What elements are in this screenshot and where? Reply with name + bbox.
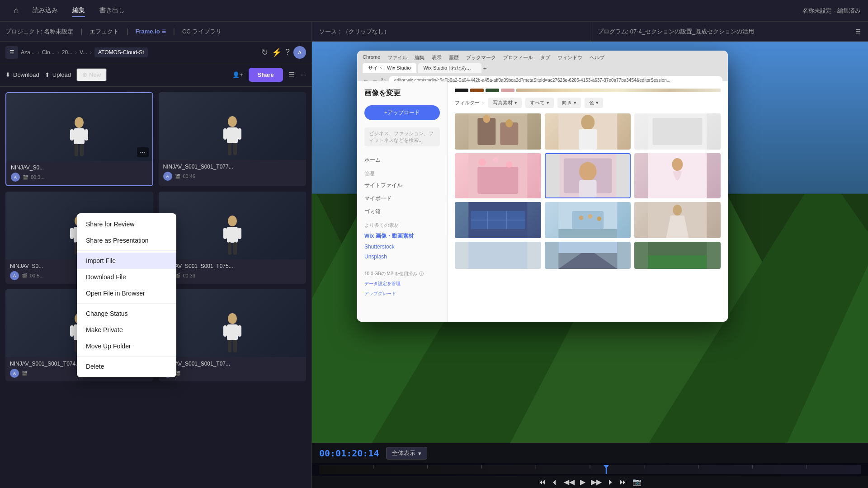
- user-avatar[interactable]: A: [293, 46, 306, 59]
- browser-new-tab-button[interactable]: +: [483, 65, 487, 72]
- media-name-6: NINJAV_S001_S001_T07...: [163, 361, 302, 367]
- wix-image-7[interactable]: [455, 202, 541, 238]
- media-item-4[interactable]: NINJAV_S001_S001_T075... A 🎬 00:33: [159, 192, 307, 284]
- wix-nav-my-board[interactable]: マイボード: [364, 192, 440, 205]
- breadcrumb-item-2[interactable]: Clo...: [42, 49, 55, 56]
- wix-image-11[interactable]: [545, 242, 631, 269]
- media-item-2[interactable]: NINJAV_S001_S001_T077... A 🎬 00:46: [159, 92, 307, 186]
- svg-point-75: [579, 216, 583, 220]
- wix-nav-unsplash[interactable]: Unsplash: [364, 252, 440, 262]
- browser-tab-2[interactable]: Wix Studio | わたあめ & 果太郎: [418, 63, 481, 73]
- wix-upload-button[interactable]: +アップロード: [364, 105, 440, 120]
- lightning-button[interactable]: ⚡: [272, 47, 282, 57]
- wix-image-5-selected[interactable]: [545, 153, 631, 198]
- svg-rect-20: [223, 228, 227, 239]
- list-view-button[interactable]: ☰: [288, 70, 295, 79]
- refresh-button[interactable]: ↻: [261, 47, 268, 57]
- add-member-button[interactable]: 👤+: [232, 71, 243, 78]
- download-button[interactable]: ⬇ Download: [5, 71, 39, 78]
- ctx-delete[interactable]: Delete: [77, 358, 176, 375]
- share-button[interactable]: Share: [249, 68, 283, 82]
- wix-image-1[interactable]: [455, 113, 541, 150]
- breadcrumb-item-4[interactable]: V...: [80, 49, 87, 56]
- view-select-dropdown[interactable]: 全体表示 ▾: [386, 447, 427, 460]
- wix-upgrade-link[interactable]: アップグレード: [364, 289, 440, 299]
- wix-image-3[interactable]: [634, 113, 721, 150]
- svg-rect-64: [579, 180, 596, 197]
- breadcrumb-item-1[interactable]: Aza...: [21, 49, 35, 56]
- help-button[interactable]: ?: [285, 47, 290, 57]
- breadcrumb-home-icon[interactable]: ☰: [5, 46, 18, 59]
- menu-item-export[interactable]: 書き出し: [99, 5, 125, 17]
- wix-image-2[interactable]: [545, 113, 631, 150]
- item-more-icon[interactable]: ···: [137, 147, 148, 157]
- svg-rect-21: [238, 228, 241, 239]
- step-forward-button[interactable]: ⏭: [620, 478, 627, 486]
- ctx-share-for-review[interactable]: Share for Review: [77, 216, 176, 232]
- ctx-open-file-in-browser[interactable]: Open File in Browser: [77, 285, 176, 301]
- svg-point-58: [478, 159, 486, 166]
- menu-items: 読み込み 編集 書き出し: [33, 5, 125, 17]
- media-item-1[interactable]: ··· NINJAV_S0... A 🎬 00:3...: [5, 92, 153, 186]
- wix-filter-photos[interactable]: 写真素材 ▾: [488, 98, 522, 108]
- wix-filter-orientation[interactable]: 向き ▾: [557, 98, 581, 108]
- export-frame-button[interactable]: 📷: [632, 478, 642, 486]
- breadcrumb-current[interactable]: ATOMOS-Cloud-St: [94, 47, 148, 57]
- next-frame-button[interactable]: ⏵: [607, 478, 614, 486]
- top-menu-bar: ⌂ 読み込み 編集 書き出し 名称未設定 - 編集済み: [0, 0, 868, 22]
- timeline-ruler[interactable]: [319, 465, 861, 474]
- tab-project[interactable]: プロジェクト: 名称未設定: [5, 28, 73, 36]
- step-back-button[interactable]: ⏮: [538, 478, 546, 486]
- tab-effects[interactable]: エフェクト: [90, 28, 119, 36]
- wix-search-input[interactable]: ビジネス、ファッション、フィットネスなどを検索...: [364, 127, 440, 146]
- plus-icon: ⊕: [82, 71, 87, 78]
- svg-rect-46: [468, 113, 527, 150]
- wix-nav-wix-media[interactable]: Wix 画像・動画素材: [364, 230, 440, 242]
- media-item-6[interactable]: NINJAV_S001_S001_T07... A 🎬: [159, 289, 307, 381]
- wix-filter-color[interactable]: 色 ▾: [585, 98, 603, 108]
- ctx-import-file[interactable]: Import File: [77, 253, 176, 269]
- wix-nav-trash[interactable]: ゴミ箱: [364, 205, 440, 218]
- tab-frameio[interactable]: Frame.io ☰: [136, 28, 166, 35]
- ctx-divider-2: [77, 303, 176, 304]
- wix-filter-all[interactable]: すべて ▾: [525, 98, 554, 108]
- ctx-change-status[interactable]: Change Status: [77, 305, 176, 322]
- wix-image-4[interactable]: [455, 153, 541, 198]
- ctx-make-private[interactable]: Make Private: [77, 322, 176, 338]
- menu-item-edit[interactable]: 編集: [72, 5, 85, 17]
- browser-tab-1[interactable]: サイト | Wix Studio: [363, 63, 416, 73]
- fast-forward-button[interactable]: ▶▶: [591, 478, 602, 486]
- wix-image-12[interactable]: [634, 242, 721, 269]
- wix-image-6[interactable]: [634, 153, 721, 198]
- svg-rect-4: [75, 144, 78, 156]
- wix-data-manage-link[interactable]: データ設定を管理: [364, 279, 440, 289]
- rewind-button[interactable]: ◀◀: [564, 478, 575, 486]
- prev-frame-button[interactable]: ⏴: [551, 478, 558, 486]
- more-options-button[interactable]: ···: [300, 71, 306, 79]
- home-button[interactable]: ⌂: [7, 2, 25, 20]
- svg-rect-35: [233, 340, 237, 352]
- program-menu-icon[interactable]: ☰: [855, 28, 861, 35]
- wix-image-9[interactable]: [634, 202, 721, 238]
- menu-item-import[interactable]: 読み込み: [33, 5, 58, 17]
- svg-point-52: [581, 115, 594, 130]
- ctx-move-up-folder[interactable]: Move Up Folder: [77, 338, 176, 354]
- program-label: プログラム: 07-4_セクションの設置_既成セクションの活用 ☰: [590, 22, 868, 41]
- ctx-share-as-presentation[interactable]: Share as Presentation: [77, 232, 176, 249]
- play-button[interactable]: ▶: [580, 478, 585, 486]
- tab-separator-1: |: [80, 28, 82, 36]
- wix-nav-home[interactable]: ホーム: [364, 154, 440, 167]
- ctx-download-file[interactable]: Download File: [77, 269, 176, 285]
- browser-menu-tab: タブ: [540, 54, 550, 61]
- wix-image-grid: [455, 113, 721, 238]
- media-meta-1: A 🎬 00:3...: [11, 173, 148, 182]
- wix-image-10[interactable]: [455, 242, 541, 269]
- new-button[interactable]: ⊕ New: [76, 68, 107, 81]
- upload-button[interactable]: ⬆ Upload: [45, 71, 71, 78]
- wix-nav-site-files[interactable]: サイトファイル: [364, 179, 440, 192]
- breadcrumb-item-3[interactable]: 20...: [62, 49, 72, 56]
- svg-rect-26: [70, 325, 74, 337]
- wix-nav-shutterstock[interactable]: Shutterstock: [364, 242, 440, 252]
- wix-image-8[interactable]: [545, 202, 631, 238]
- tab-cc-library[interactable]: CC ライブラリ: [182, 28, 222, 36]
